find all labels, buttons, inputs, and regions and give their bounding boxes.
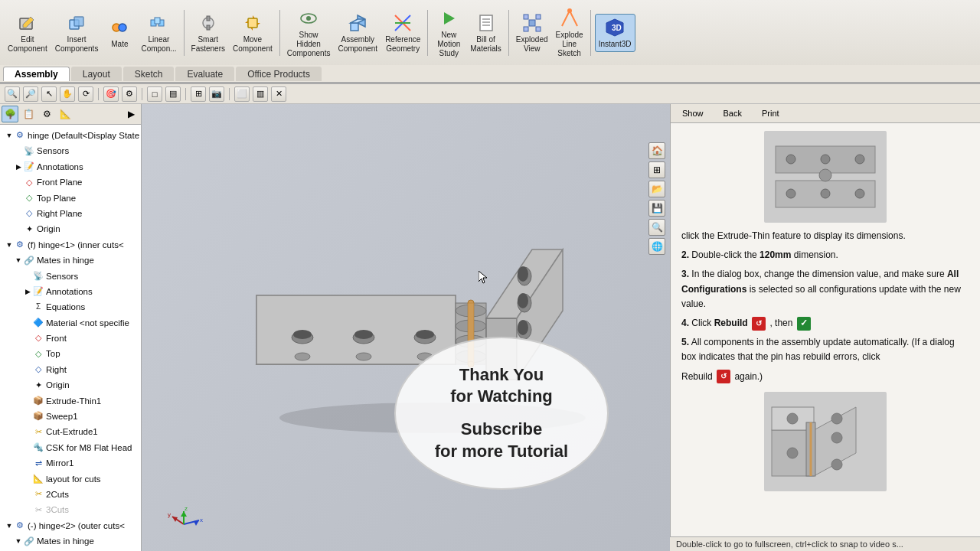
feature-tree-icon[interactable]: 🌳: [2, 106, 18, 122]
tree-item-sensors[interactable]: 📡 Sensors: [3, 143, 138, 158]
tree-item-cut-extrude[interactable]: ✂ Cut-Extrude1: [3, 424, 138, 439]
window-max[interactable]: ⬜: [234, 86, 250, 102]
mates-hinge-icon: 🔗: [23, 255, 35, 266]
tree-item-mates-hinge[interactable]: ▼ 🔗 Mates in hinge: [3, 253, 138, 268]
tree-item-right-plane[interactable]: ◇ Right Plane: [3, 206, 138, 221]
display-opts-button[interactable]: ▤: [165, 86, 181, 102]
step-5b: Rebuild ↺ again.): [681, 370, 969, 384]
show-button[interactable]: Show: [675, 106, 710, 120]
zoom-in-button[interactable]: 🔍: [5, 86, 20, 102]
thankyou-line2: for Watching: [450, 386, 553, 408]
camera-button[interactable]: 📷: [209, 86, 224, 102]
viewport[interactable]: 🏠 ⊞ 📂 💾 🔍 🌐 x y z Thank You for Watching…: [142, 104, 670, 551]
step-4: 4. Click Rebuild ↺ , then ✓: [681, 316, 969, 331]
home-view-button[interactable]: 🏠: [648, 142, 665, 159]
tree-root-item[interactable]: ▼ ⚙ hinge (Default<Display State: [3, 128, 138, 143]
tree-item-equations[interactable]: Σ Equations: [3, 299, 138, 315]
zoom-to-fit-button[interactable]: ⊞: [648, 161, 665, 178]
tree-item-extrude[interactable]: 📦 Extrude-Thin1: [3, 393, 138, 409]
front-plane-label: Front Plane: [37, 175, 82, 189]
window-tile[interactable]: ▥: [253, 86, 268, 102]
svg-point-82: [855, 189, 864, 198]
tree-item-annotations2[interactable]: ▶ 📝 Annotations: [3, 284, 138, 299]
tutorial-image-bottom: [764, 392, 887, 491]
tab-sketch[interactable]: Sketch: [123, 67, 175, 81]
tab-layout[interactable]: Layout: [71, 67, 122, 81]
tree-item-origin[interactable]: ✦ Origin: [3, 221, 138, 236]
view-settings-button[interactable]: ⚙: [122, 86, 137, 102]
property-manager-icon[interactable]: 📋: [20, 106, 37, 122]
tree-item-hinge1[interactable]: ▼ ⚙ (f) hinge<1> (inner cuts<: [3, 237, 138, 253]
tree-item-right[interactable]: ◇ Right: [3, 362, 138, 377]
exploded-view-button[interactable]: Exploded View: [513, 10, 551, 56]
svg-point-42: [416, 330, 434, 339]
section-view-button[interactable]: ⊞: [191, 86, 206, 102]
new-motion-button[interactable]: New Motion Study: [432, 5, 466, 60]
tree-item-3cuts[interactable]: ✂ 3Cuts: [3, 502, 138, 517]
instant3d-button[interactable]: 3D Instant3D: [595, 14, 635, 52]
tree-item-annotations[interactable]: ▶ 📝 Annotations: [3, 159, 138, 174]
window-close[interactable]: ✕: [271, 86, 286, 102]
front-icon: ◇: [32, 333, 44, 344]
tree-item-sweep[interactable]: 📦 Sweep1: [3, 409, 138, 424]
save-button[interactable]: 💾: [648, 200, 665, 217]
tree-item-mirror[interactable]: ⇌ Mirror1: [3, 455, 138, 471]
instant3d-label: Instant3D: [599, 40, 632, 49]
edit-component-button[interactable]: Edit Component: [5, 10, 51, 56]
zoom-out-button[interactable]: 🔎: [23, 86, 38, 102]
motion-label: New Motion Study: [437, 31, 460, 58]
linear-component-button[interactable]: Linear Compon...: [138, 10, 179, 56]
open-file-button[interactable]: 📂: [648, 181, 665, 197]
show-hidden-button[interactable]: Show Hidden Components: [284, 5, 334, 60]
print-button[interactable]: Print: [755, 106, 786, 120]
back-button[interactable]: Back: [717, 106, 749, 120]
view-orient-button[interactable]: 🎯: [103, 86, 119, 102]
tree-item-layout-cuts[interactable]: 📐 layout for cuts: [3, 471, 138, 487]
rotate-tool[interactable]: ⟳: [78, 86, 93, 102]
svg-point-92: [831, 459, 842, 470]
tree-item-csk[interactable]: 🔩 CSK for M8 Flat Head: [3, 440, 138, 455]
tree-item-front[interactable]: ◇ Front: [3, 331, 138, 346]
globe-button[interactable]: 🌐: [648, 238, 665, 255]
tab-office-products[interactable]: Office Products: [236, 67, 322, 81]
tab-assembly[interactable]: Assembly: [3, 67, 70, 81]
tree-item-sensors2[interactable]: 📡 Sensors: [3, 269, 138, 284]
sweep-icon: 📦: [32, 411, 44, 422]
tab-evaluate[interactable]: Evaluate: [175, 67, 234, 81]
tree-item-mates-hinge2[interactable]: ▼ 🔗 Mates in hinge: [3, 533, 138, 549]
move-component-button[interactable]: Move Component: [230, 10, 276, 56]
smart-fasteners-button[interactable]: Smart Fasteners: [188, 10, 228, 56]
front-plane-icon: ◇: [23, 177, 35, 187]
tree-item-material[interactable]: 🔷 Material <not specifie: [3, 315, 138, 331]
display-style-button[interactable]: □: [147, 86, 162, 102]
mate-button[interactable]: Mate: [103, 15, 136, 51]
config-manager-icon[interactable]: ⚙: [38, 106, 55, 122]
insert-components-button[interactable]: Insert Components: [52, 10, 102, 56]
top-label: Top: [46, 347, 60, 360]
check-icon-step4[interactable]: ✓: [797, 317, 811, 331]
explode-line-icon: [559, 8, 580, 29]
annotations-label: Annotations: [37, 160, 83, 174]
svg-rect-2: [74, 17, 83, 26]
explode-line-button[interactable]: Explode Line Sketch: [553, 5, 586, 60]
origin-label: Origin: [37, 222, 60, 236]
rebuild-icon-step5[interactable]: ↺: [717, 370, 730, 383]
pan-tool[interactable]: ✋: [60, 86, 75, 102]
rebuild-icon-step4[interactable]: ↺: [752, 317, 766, 331]
tree-item-2cuts[interactable]: ✂ 2Cuts: [3, 487, 138, 502]
bill-of-materials-button[interactable]: Bill of Materials: [467, 10, 505, 56]
tree-item-origin2[interactable]: ✦ Origin: [3, 377, 138, 393]
tree-item-top[interactable]: ◇ Top: [3, 346, 138, 361]
reference-geometry-button[interactable]: Reference Geometry: [382, 10, 423, 56]
tree-item-hinge2[interactable]: ▼ ⚙ (-) hinge<2> (outer cuts<: [3, 518, 138, 533]
panel-expand-icon[interactable]: ▶: [122, 106, 139, 122]
dim-xpert-icon[interactable]: 📐: [57, 106, 74, 122]
search-button[interactable]: 🔍: [648, 219, 665, 236]
cut-icon: ✂: [32, 427, 44, 438]
move-label: Move Component: [233, 35, 273, 54]
tree-item-top-plane[interactable]: ◇ Top Plane: [3, 191, 138, 206]
hinge1-icon: ⚙: [14, 240, 26, 250]
assembly-component-button[interactable]: Assembly Component: [335, 10, 381, 56]
tree-item-front-plane[interactable]: ◇ Front Plane: [3, 174, 138, 190]
select-tool[interactable]: ↖: [41, 86, 57, 102]
